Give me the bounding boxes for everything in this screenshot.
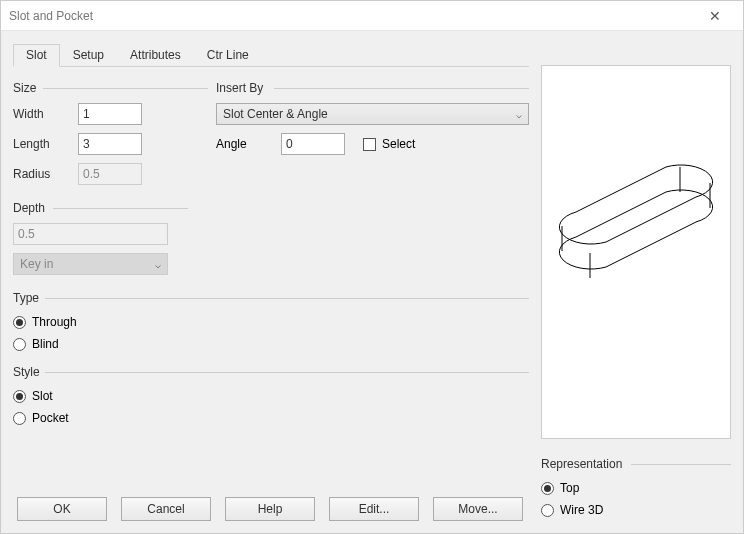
representation-top-radio[interactable]: Top	[541, 477, 731, 499]
slot-preview-icon	[546, 152, 726, 352]
width-input[interactable]	[78, 103, 142, 125]
insert-mode-value: Slot Center & Angle	[223, 107, 328, 121]
chevron-down-icon: ⌵	[516, 109, 522, 120]
dialog-slot-and-pocket: Slot and Pocket ✕ Slot Setup Attributes …	[0, 0, 744, 534]
button-row: OK Cancel Help Edit... Move...	[17, 497, 523, 521]
move-button[interactable]: Move...	[433, 497, 523, 521]
chevron-down-icon: ⌵	[155, 259, 161, 270]
insert-mode-dropdown[interactable]: Slot Center & Angle ⌵	[216, 103, 529, 125]
representation-wire3d-radio[interactable]: Wire 3D	[541, 499, 731, 521]
style-legend: Style	[13, 365, 529, 379]
window-title: Slot and Pocket	[9, 9, 695, 23]
depth-input	[13, 223, 168, 245]
ok-button[interactable]: OK	[17, 497, 107, 521]
select-checkbox[interactable]: Select	[363, 133, 415, 155]
depth-legend: Depth	[13, 201, 188, 215]
edit-button[interactable]: Edit...	[329, 497, 419, 521]
angle-input[interactable]	[281, 133, 345, 155]
style-slot-radio[interactable]: Slot	[13, 385, 529, 407]
tab-ctr-line[interactable]: Ctr Line	[194, 44, 262, 67]
preview-pane	[541, 65, 731, 439]
representation-legend: Representation	[541, 457, 731, 471]
type-legend: Type	[13, 291, 529, 305]
length-label: Length	[13, 137, 78, 151]
depth-method-value: Key in	[20, 257, 53, 271]
width-label: Width	[13, 107, 78, 121]
radius-input	[78, 163, 142, 185]
tab-slot[interactable]: Slot	[13, 44, 60, 67]
radius-label: Radius	[13, 167, 78, 181]
tab-strip: Slot Setup Attributes Ctr Line	[13, 43, 529, 67]
style-pocket-radio[interactable]: Pocket	[13, 407, 529, 429]
length-input[interactable]	[78, 133, 142, 155]
insertby-legend: Insert By	[216, 81, 529, 95]
close-icon[interactable]: ✕	[695, 8, 735, 24]
select-label: Select	[382, 137, 415, 151]
titlebar: Slot and Pocket ✕	[1, 1, 743, 31]
depth-method-dropdown: Key in ⌵	[13, 253, 168, 275]
tab-setup[interactable]: Setup	[60, 44, 117, 67]
type-blind-radio[interactable]: Blind	[13, 333, 529, 355]
angle-label: Angle	[216, 137, 271, 151]
size-legend: Size	[13, 81, 208, 95]
cancel-button[interactable]: Cancel	[121, 497, 211, 521]
help-button[interactable]: Help	[225, 497, 315, 521]
tab-attributes[interactable]: Attributes	[117, 44, 194, 67]
checkbox-icon	[363, 138, 376, 151]
type-through-radio[interactable]: Through	[13, 311, 529, 333]
